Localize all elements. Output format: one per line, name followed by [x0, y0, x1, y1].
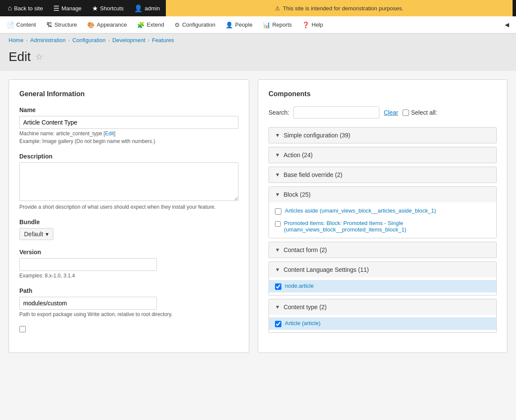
admin-link[interactable]: 👤 admin — [130, 0, 164, 16]
article-checkbox[interactable] — [275, 321, 281, 327]
group-label-base-field-override: Base field override (2) — [284, 171, 342, 178]
shortcuts-label: Shortcuts — [100, 5, 124, 12]
bundle-value: Default — [24, 231, 43, 237]
back-to-site-link[interactable]: ⌂ Back to site — [3, 0, 47, 16]
group-header-content-language-settings[interactable]: ▼ Content Language Settings (11) — [269, 262, 496, 277]
path-hint: Path to export package using Write actio… — [19, 311, 238, 317]
reports-label: Reports — [272, 21, 292, 28]
breadcrumb-sep-1: › — [26, 38, 28, 43]
nav-configuration[interactable]: ⚙ Configuration — [169, 16, 220, 33]
list-item: node.article — [269, 280, 496, 292]
manage-label: Manage — [61, 5, 82, 12]
bundle-group: Bundle Default ▾ — [19, 219, 238, 240]
clear-button[interactable]: Clear — [384, 109, 398, 116]
breadcrumb-features[interactable]: Features — [152, 37, 174, 43]
node-article-label[interactable]: node.article — [285, 283, 314, 289]
top-bar: ⌂ Back to site ☰ Manage ★ Shortcuts 👤 ad… — [0, 0, 516, 16]
configuration-icon: ⚙ — [174, 21, 180, 28]
list-item: Article (article) — [269, 317, 496, 330]
article-label[interactable]: Article (article) — [285, 320, 321, 326]
breadcrumb-administration[interactable]: Administration — [30, 37, 65, 43]
version-label: Version — [19, 249, 238, 256]
description-group: Description Provide a short description … — [19, 153, 238, 210]
shortcuts-link[interactable]: ★ Shortcuts — [88, 0, 128, 16]
nav-extend[interactable]: 🧩 Extend — [132, 16, 169, 33]
nav-structure[interactable]: 🏗 Structure — [41, 16, 82, 33]
chevron-icon-action: ▼ — [275, 152, 280, 158]
group-header-base-field-override[interactable]: ▼ Base field override (2) — [269, 167, 496, 183]
search-input[interactable] — [293, 107, 379, 119]
machine-name-edit-link[interactable]: Edit — [105, 131, 114, 137]
group-action: ▼ Action (24) — [269, 147, 497, 163]
bundle-select[interactable]: Default ▾ — [19, 228, 53, 240]
breadcrumb-development[interactable]: Development — [112, 37, 145, 43]
module-configure-checkbox[interactable] — [19, 326, 26, 332]
group-items-content-language-settings: node.article — [269, 277, 496, 295]
group-header-block[interactable]: ▼ Block (25) — [269, 187, 496, 202]
nav-reports[interactable]: 📊 Reports — [258, 16, 297, 33]
search-label: Search: — [269, 109, 289, 116]
list-item: Promoted Items: Block: Promoted Items - … — [269, 217, 496, 235]
version-group: Version Examples: 8.x-1.0, 3.1.4 — [19, 249, 238, 279]
nav-people[interactable]: 👤 People — [220, 16, 257, 33]
appearance-icon: 🎨 — [87, 21, 95, 28]
promoted-items-checkbox[interactable] — [275, 221, 281, 227]
description-label: Description — [19, 153, 238, 160]
main-content: General Information Name Machine name: a… — [0, 71, 516, 362]
breadcrumb-configuration[interactable]: Configuration — [72, 37, 105, 43]
promoted-items-label[interactable]: Promoted Items: Block: Promoted Items - … — [284, 220, 490, 233]
group-header-contact-form[interactable]: ▼ Contact form (2) — [269, 242, 496, 258]
warning-icon: ⚠ — [275, 5, 280, 12]
group-content-language-settings: ▼ Content Language Settings (11) node.ar… — [269, 262, 497, 295]
admin-icon: 👤 — [134, 4, 143, 12]
nav-right: ◀ — [500, 21, 514, 28]
group-base-field-override: ▼ Base field override (2) — [269, 167, 497, 183]
page-title: Edit — [9, 49, 31, 64]
module-configure-group — [19, 326, 238, 334]
select-all-label[interactable]: Select all: — [411, 109, 437, 116]
content-label: Content — [16, 21, 36, 28]
nav-help[interactable]: ❓ Help — [297, 16, 328, 33]
group-label-content-type: Content type (2) — [284, 304, 327, 310]
select-all-checkbox[interactable] — [403, 110, 409, 116]
nav-content[interactable]: 📄 Content — [2, 16, 41, 33]
select-all-row: Select all: — [403, 109, 437, 116]
admin-label: admin — [145, 5, 160, 12]
nav-collapse[interactable]: ◀ — [500, 21, 514, 28]
help-icon: ❓ — [302, 21, 309, 28]
manage-link[interactable]: ☰ Manage — [49, 0, 86, 16]
bundle-chevron-icon: ▾ — [46, 231, 49, 237]
warning-banner: ⚠ This site is intended for demonstratio… — [166, 0, 513, 16]
group-header-simple-configuration[interactable]: ▼ Simple configuration (39) — [269, 128, 496, 143]
chevron-icon-block: ▼ — [275, 192, 280, 198]
reports-icon: 📊 — [263, 21, 270, 28]
group-block: ▼ Block (25) Articles aside (umami_views… — [269, 186, 497, 238]
group-content-type: ▼ Content type (2) Article (article) — [269, 299, 497, 333]
chevron-icon-content-type: ▼ — [275, 304, 280, 310]
version-input[interactable] — [19, 258, 157, 271]
group-simple-configuration: ▼ Simple configuration (39) — [269, 127, 497, 143]
page-title-area: Edit ☆ — [9, 46, 507, 71]
path-label: Path — [19, 287, 238, 294]
breadcrumb-home[interactable]: Home — [9, 37, 24, 43]
chevron-icon: ▼ — [275, 132, 280, 138]
favorite-star-icon[interactable]: ☆ — [35, 52, 43, 62]
structure-icon: 🏗 — [46, 21, 52, 28]
breadcrumb-area: Home › Administration › Configuration › … — [0, 33, 516, 71]
name-input[interactable] — [19, 116, 238, 129]
general-info-title: General Information — [19, 90, 238, 98]
articles-aside-checkbox[interactable] — [275, 208, 281, 215]
description-input[interactable] — [19, 162, 238, 201]
nav-appearance[interactable]: 🎨 Appearance — [82, 16, 132, 33]
path-input[interactable] — [19, 297, 157, 310]
description-hint: Provide a short description of what user… — [19, 204, 238, 210]
group-label-block: Block (25) — [284, 191, 311, 198]
group-header-action[interactable]: ▼ Action (24) — [269, 147, 496, 163]
node-article-checkbox[interactable] — [275, 283, 281, 290]
left-panel: General Information Name Machine name: a… — [9, 79, 249, 353]
name-label: Name — [19, 107, 238, 113]
group-label-contact-form: Contact form (2) — [284, 247, 327, 253]
articles-aside-label[interactable]: Articles aside (umami_views_block__artic… — [285, 207, 436, 214]
group-header-content-type[interactable]: ▼ Content type (2) — [269, 299, 496, 315]
back-to-site-label: Back to site — [14, 5, 43, 12]
